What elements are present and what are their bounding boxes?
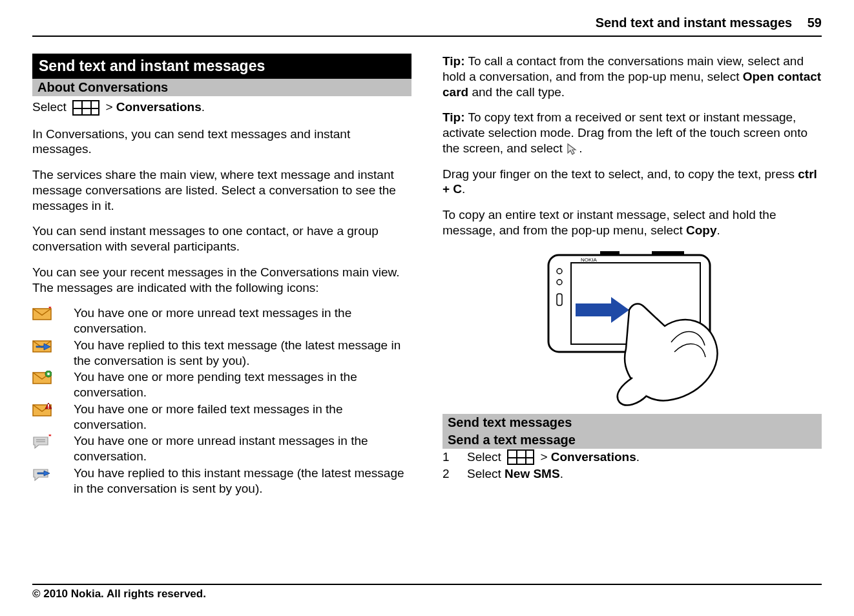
left-column: Send text and instant messages About Con…: [32, 54, 411, 496]
select-word: Select: [32, 100, 67, 114]
apps-grid-icon: [507, 449, 534, 465]
svg-text:*: *: [48, 435, 52, 441]
replied-sms-icon: [32, 338, 68, 369]
page-footer: © 2010 Nokia. All rights reserved.: [32, 584, 822, 601]
svg-rect-22: [652, 251, 684, 255]
step-1: Select > Conversations.: [467, 449, 822, 466]
tip-call-contact: Tip: To call a contact from the conversa…: [443, 54, 822, 99]
device-swipe-illustration: NOKIA: [536, 249, 729, 410]
legend-text: You have one or more pending text messag…: [74, 369, 411, 400]
steps-list: 1 Select > Conversations. 2 Select New S…: [443, 449, 822, 483]
paragraph-services: The services share the main view, where …: [32, 167, 411, 213]
copy-bold: Copy: [686, 223, 717, 237]
svg-rect-9: [48, 404, 49, 407]
page-number: 59: [807, 15, 822, 30]
copyright-text: © 2010 Nokia. All rights reserved.: [32, 588, 822, 601]
subsection-heading-send-text-messages: Send text messages: [443, 414, 822, 431]
step-number: 2: [443, 466, 462, 483]
paragraph-intro: In Conversations, you can send text mess…: [32, 127, 411, 158]
legend-text: You have replied to this instant message…: [74, 466, 411, 497]
step-2: Select New SMS.: [467, 466, 822, 483]
path-target: Conversations: [116, 100, 202, 114]
legend-text: You have one or more unread instant mess…: [74, 433, 411, 464]
path-separator: >: [105, 100, 112, 114]
cursor-arrow-icon: [566, 143, 579, 156]
subsection-heading-send-a-text-message: Send a text message: [443, 431, 822, 449]
footer-divider: [32, 584, 822, 585]
drag-copy-paragraph: Drag your finger on the text to select, …: [443, 167, 822, 198]
icon-legend: * You have one or more unread text messa…: [32, 305, 411, 496]
tip-label: Tip:: [443, 54, 464, 68]
legend-text: You have one or more failed text message…: [74, 402, 411, 433]
tip-text-b: and the call type.: [468, 85, 565, 99]
drag-text-b: .: [462, 182, 465, 196]
paragraph-icons-lead: You can see your recent messages in the …: [32, 265, 411, 296]
tip-copy-text: Tip: To copy text from a received or sen…: [443, 110, 822, 156]
svg-text:NOKIA: NOKIA: [581, 257, 598, 263]
paragraph-group: You can send instant messages to one con…: [32, 223, 411, 254]
header-section-title: Send text and instant messages: [596, 15, 793, 30]
failed-sms-icon: [32, 402, 68, 433]
select-path-line: Select > Conversations.: [32, 99, 411, 116]
content-columns: Send text and instant messages About Con…: [32, 37, 822, 496]
replied-im-icon: [32, 466, 68, 497]
svg-rect-21: [600, 251, 620, 255]
unread-im-icon: *: [32, 433, 68, 464]
pending-sms-icon: [32, 369, 68, 400]
path-target: Conversations: [551, 450, 636, 464]
select-word: Select: [467, 450, 501, 464]
tip-text-a: To copy text from a received or sent tex…: [443, 110, 807, 155]
tip-end: .: [579, 141, 582, 155]
manual-page: Send text and instant messages 59 Send t…: [0, 0, 854, 616]
copy-text-b: .: [717, 223, 720, 237]
path-dot: .: [202, 100, 205, 114]
legend-text: You have one or more unread text message…: [74, 305, 411, 336]
step-text-a: Select: [467, 467, 505, 480]
legend-text: You have replied to this text message (t…: [74, 338, 411, 369]
drag-text-a: Drag your finger on the text to select, …: [443, 167, 798, 181]
step-number: 1: [443, 449, 462, 466]
right-column: Tip: To call a contact from the conversa…: [443, 54, 822, 496]
section-heading: Send text and instant messages: [32, 54, 411, 79]
svg-text:*: *: [48, 307, 52, 313]
svg-rect-10: [48, 407, 49, 409]
subsection-heading-about: About Conversations: [32, 79, 411, 96]
svg-point-6: [47, 373, 50, 375]
path-separator: >: [540, 450, 547, 464]
svg-rect-23: [576, 303, 611, 316]
copy-whole-paragraph: To copy an entire text or instant messag…: [443, 207, 822, 238]
unread-sms-icon: *: [32, 305, 68, 336]
new-sms-bold: New SMS: [505, 467, 560, 480]
copy-text-a: To copy an entire text or instant messag…: [443, 208, 776, 237]
path-dot: .: [636, 450, 640, 464]
page-header: Send text and instant messages 59: [32, 13, 822, 34]
tip-label: Tip:: [443, 110, 464, 124]
apps-grid-icon: [72, 100, 99, 116]
step-text-b: .: [560, 467, 563, 480]
